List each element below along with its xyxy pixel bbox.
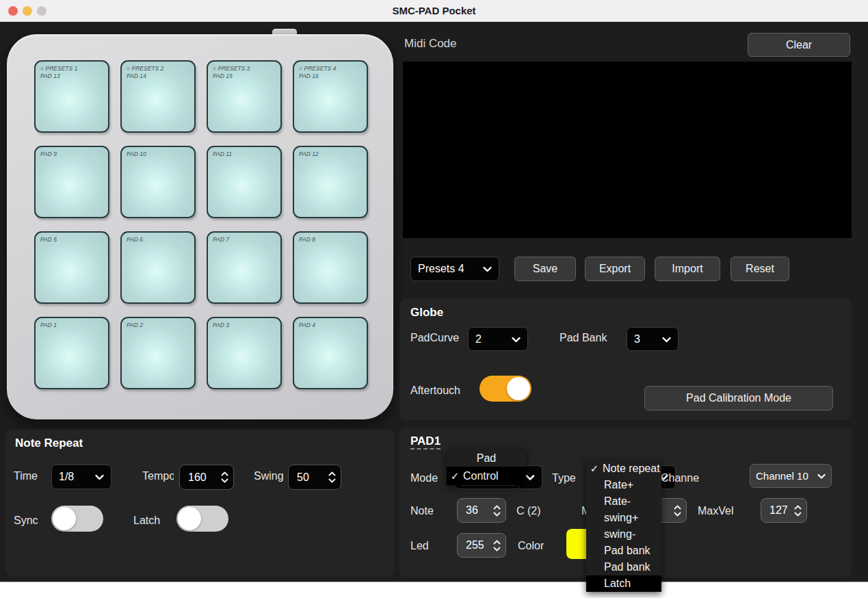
pad-4[interactable]: PAD 4 bbox=[293, 317, 368, 389]
chevron-down-icon bbox=[95, 471, 104, 483]
note-label: Note bbox=[410, 505, 434, 517]
pad-preset-label: ○ PRESETS 4 bbox=[299, 65, 336, 73]
note-repeat-title: Note Repeat bbox=[15, 437, 83, 450]
export-button[interactable]: Export bbox=[585, 257, 645, 281]
titlebar: SMC-PAD Pocket bbox=[0, 0, 868, 22]
type-menu-item-swing-minus[interactable]: swing- bbox=[586, 526, 661, 543]
globe-title: Globe bbox=[410, 306, 443, 320]
pad-5[interactable]: PAD 5 bbox=[34, 231, 109, 304]
tempo-label: Tempo bbox=[142, 470, 174, 482]
pad-name-label: PAD 12 bbox=[299, 151, 319, 158]
pad-12[interactable]: PAD 12 bbox=[293, 146, 368, 218]
stepper-up-icon bbox=[493, 505, 501, 510]
pad-name-label: PAD 9 bbox=[40, 151, 57, 158]
pad-10[interactable]: PAD 10 bbox=[120, 146, 196, 218]
pad-8[interactable]: PAD 8 bbox=[293, 231, 368, 304]
swing-label: Swing bbox=[254, 470, 284, 482]
pad-name-label: PAD 15 bbox=[213, 73, 250, 80]
maxvel-stepper[interactable]: 127 bbox=[761, 498, 807, 523]
stepper-down-icon bbox=[328, 478, 336, 483]
type-menu-item-note-repeat[interactable]: ✓ Note repeat bbox=[586, 460, 661, 477]
pad-preset-label: ○ PRESETS 1 bbox=[40, 65, 77, 73]
type-menu-item-pad-bank-2[interactable]: Pad bank bbox=[586, 559, 661, 575]
pad-2[interactable]: PAD 2 bbox=[120, 317, 196, 389]
tempo-stepper[interactable]: 160 bbox=[179, 465, 234, 490]
pad-name-label: PAD 5 bbox=[40, 236, 57, 244]
main-content: ○ PRESETS 1PAD 13 ○ PRESETS 2PAD 14 ○ PR… bbox=[0, 22, 868, 582]
window-footer bbox=[0, 582, 868, 598]
reset-button[interactable]: Reset bbox=[731, 257, 789, 281]
pad-name-label: PAD 4 bbox=[299, 322, 315, 329]
type-dropdown-menu: ✓ Note repeat Rate+ Rate- swing+ swing- … bbox=[586, 460, 661, 592]
channel-select[interactable]: Channel 10 bbox=[750, 464, 832, 488]
stepper-down-icon bbox=[493, 512, 501, 517]
latch-toggle[interactable] bbox=[176, 506, 228, 532]
checkmark-icon: ✓ bbox=[447, 470, 463, 482]
pad-15[interactable]: ○ PRESETS 3PAD 15 bbox=[207, 60, 282, 133]
pad-name-label: PAD 13 bbox=[40, 73, 77, 80]
pad-7[interactable]: PAD 7 bbox=[207, 231, 282, 304]
pad-13[interactable]: ○ PRESETS 1PAD 13 bbox=[34, 60, 109, 133]
type-menu-item-latch[interactable]: Latch bbox=[586, 575, 661, 592]
pad-bank-select[interactable]: 3 bbox=[627, 327, 679, 351]
aftertouch-toggle[interactable] bbox=[479, 376, 531, 402]
preset-select-value: Presets 4 bbox=[418, 263, 464, 275]
pad-curve-label: PadCurve bbox=[410, 332, 459, 344]
note-repeat-panel: Note Repeat Time 1/8 Tempo 160 Swing 50 … bbox=[5, 430, 395, 577]
chevron-down-icon bbox=[817, 470, 826, 482]
stepper-up-icon bbox=[493, 540, 501, 545]
pad-bank-label: Pad Bank bbox=[560, 332, 607, 344]
time-label: Time bbox=[14, 470, 38, 482]
type-menu-item-rate-plus[interactable]: Rate+ bbox=[586, 477, 661, 493]
pad-name-label: PAD 14 bbox=[127, 73, 163, 80]
latch-label: Latch bbox=[133, 515, 160, 527]
pad-calibration-button[interactable]: Pad Calibration Mode bbox=[644, 386, 833, 411]
pad-16[interactable]: ○ PRESETS 4PAD 16 bbox=[293, 60, 368, 133]
pad-device: ○ PRESETS 1PAD 13 ○ PRESETS 2PAD 14 ○ PR… bbox=[7, 34, 393, 419]
pad-1[interactable]: PAD 1 bbox=[34, 317, 109, 389]
midi-code-label: Midi Code bbox=[404, 37, 457, 51]
sync-toggle[interactable] bbox=[51, 506, 103, 532]
mode-menu-item-pad[interactable]: Pad bbox=[447, 450, 526, 467]
stepper-up-icon bbox=[794, 505, 802, 510]
midi-console bbox=[403, 62, 852, 238]
pad-14[interactable]: ○ PRESETS 2PAD 14 bbox=[120, 60, 196, 133]
type-menu-item-swing-plus[interactable]: swing+ bbox=[586, 510, 661, 526]
stepper-down-icon bbox=[221, 478, 228, 483]
swing-stepper[interactable]: 50 bbox=[288, 465, 341, 490]
led-stepper[interactable]: 255 bbox=[457, 533, 506, 558]
maxvel-label: MaxVel bbox=[698, 505, 733, 517]
window-title: SMC-PAD Pocket bbox=[0, 5, 868, 16]
type-menu-item-pad-bank-1[interactable]: Pad bank bbox=[586, 543, 661, 559]
led-label: Led bbox=[410, 540, 429, 552]
import-button[interactable]: Import bbox=[655, 257, 720, 281]
save-button[interactable]: Save bbox=[514, 257, 576, 281]
checkmark-icon: ✓ bbox=[586, 463, 603, 475]
chevron-down-icon bbox=[662, 333, 671, 346]
mode-dropdown-menu: Pad ✓ Control bbox=[447, 450, 526, 485]
clear-button[interactable]: Clear bbox=[748, 33, 850, 57]
pad-3[interactable]: PAD 3 bbox=[207, 317, 282, 389]
pad-name-label: PAD 10 bbox=[127, 151, 146, 158]
pad-name-label: PAD 1 bbox=[40, 322, 57, 329]
pad-name-label: PAD 11 bbox=[213, 151, 232, 158]
aftertouch-label: Aftertouch bbox=[410, 385, 460, 397]
time-select[interactable]: 1/8 bbox=[51, 465, 111, 489]
pad-name-label: PAD 8 bbox=[299, 236, 315, 244]
stepper-up-icon bbox=[221, 471, 228, 476]
note-stepper[interactable]: 36 bbox=[457, 498, 506, 523]
type-menu-item-rate-minus[interactable]: Rate- bbox=[586, 493, 661, 510]
pad-9[interactable]: PAD 9 bbox=[34, 146, 109, 218]
stepper-down-icon bbox=[674, 512, 681, 517]
pad-preset-label: ○ PRESETS 3 bbox=[213, 65, 250, 73]
pad-preset-label: ○ PRESETS 2 bbox=[127, 65, 163, 73]
pad-11[interactable]: PAD 11 bbox=[207, 146, 282, 218]
pad-6[interactable]: PAD 6 bbox=[120, 231, 196, 304]
chevron-down-icon bbox=[483, 263, 492, 275]
stepper-up-icon bbox=[674, 505, 681, 510]
preset-select[interactable]: Presets 4 bbox=[410, 257, 499, 281]
mode-menu-item-control[interactable]: ✓ Control bbox=[447, 467, 526, 485]
pad-curve-select[interactable]: 2 bbox=[468, 327, 528, 351]
pad-name-label: PAD 16 bbox=[299, 73, 336, 80]
sync-label: Sync bbox=[14, 515, 38, 527]
